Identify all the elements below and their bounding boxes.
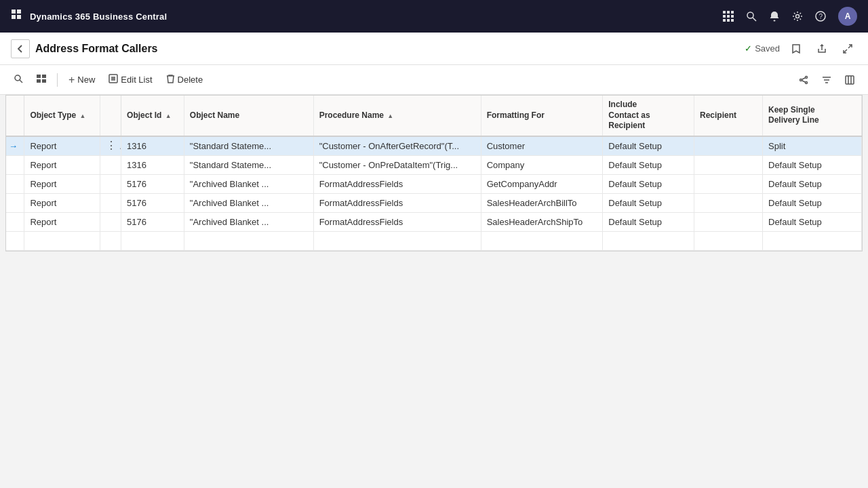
apps-icon[interactable] [723, 11, 734, 22]
svg-point-33 [800, 79, 802, 81]
search-icon[interactable] [746, 11, 757, 22]
app-logo-icon [11, 9, 23, 24]
svg-rect-40 [846, 76, 854, 84]
svg-text:?: ? [819, 13, 823, 20]
svg-rect-5 [727, 11, 730, 14]
cell-recipient [694, 212, 762, 231]
search-button[interactable] [8, 70, 28, 90]
cell-object-type: Report [24, 155, 100, 174]
cell-include-contact: Default Setup [603, 136, 694, 156]
titlebar-left: Dynamics 365 Business Central [11, 9, 167, 24]
cell-object-name: "Archived Blanket ... [184, 174, 313, 193]
cell-object-type: Report [24, 174, 100, 193]
help-icon[interactable]: ? [815, 11, 826, 22]
new-icon: + [68, 75, 75, 85]
titlebar-right: ? A [723, 7, 857, 26]
cell-formatting-for: SalesHeaderArchBillTo [481, 193, 603, 212]
edit-list-icon [108, 74, 118, 85]
user-avatar[interactable]: A [838, 7, 857, 26]
col-header-object-type[interactable]: Object Type ▲ [24, 96, 100, 136]
svg-rect-0 [12, 9, 16, 14]
table-row[interactable]: Report5176"Archived Blanket ...FormatAdd… [6, 174, 862, 193]
svg-rect-9 [731, 15, 734, 18]
cell-include-contact: Default Setup [603, 212, 694, 231]
col-header-keep-single[interactable]: Keep SingleDelivery Line [763, 96, 862, 136]
col-header-object-id[interactable]: Object Id ▲ [121, 96, 184, 136]
col-header-procedure-name[interactable]: Procedure Name ▲ [313, 96, 481, 136]
expand-button[interactable] [838, 39, 857, 58]
page-header-left: Address Format Callers [11, 39, 158, 58]
toolbar: + New Edit List Delet [0, 65, 868, 95]
settings-icon[interactable] [792, 11, 803, 22]
share-button[interactable] [812, 39, 831, 58]
view-button[interactable] [31, 70, 52, 90]
cell-object-type: Report [24, 212, 100, 231]
cell-object-name: "Standard Stateme... [184, 155, 313, 174]
empty-cell [603, 231, 694, 250]
sort-icon-proc: ▲ [387, 113, 393, 119]
svg-rect-10 [723, 19, 726, 22]
data-table: Object Type ▲ Object Id ▲ Object Name Pr… [6, 96, 862, 251]
svg-rect-7 [723, 15, 726, 18]
cell-object-type: Report [24, 193, 100, 212]
cell-include-contact: Default Setup [603, 155, 694, 174]
col-header-object-name[interactable]: Object Name [184, 96, 313, 136]
table-row[interactable]: →Report⋮1316"Standard Stateme..."Custome… [6, 136, 862, 156]
bookmark-button[interactable] [787, 39, 806, 58]
cell-object-id: 5176 [121, 212, 184, 231]
filter-button[interactable] [816, 70, 837, 90]
row-arrow-cell: → [6, 136, 24, 156]
svg-line-36 [802, 80, 806, 81]
cell-object-id: 1316 [121, 155, 184, 174]
svg-point-16 [796, 15, 800, 18]
empty-cell [763, 231, 862, 250]
app-title: Dynamics 365 Business Central [30, 12, 167, 22]
empty-cell [100, 231, 121, 250]
saved-label: Saved [755, 43, 780, 54]
table-empty-row [6, 231, 862, 250]
svg-rect-6 [731, 11, 734, 14]
cell-row-menu[interactable] [100, 174, 121, 193]
cell-recipient [694, 193, 762, 212]
col-header-recipient[interactable]: Recipient [694, 96, 762, 136]
cell-keep-single: Split [763, 136, 862, 156]
cell-row-menu[interactable] [100, 193, 121, 212]
cell-row-menu[interactable]: ⋮ [100, 136, 121, 156]
page-header: Address Format Callers ✓ Saved [0, 33, 868, 65]
row-menu-button[interactable]: ⋮ [103, 139, 119, 152]
svg-point-15 [774, 20, 776, 22]
svg-rect-26 [37, 79, 41, 83]
cell-keep-single: Default Setup [763, 193, 862, 212]
row-arrow-icon: → [9, 141, 18, 151]
cell-row-menu[interactable] [100, 155, 121, 174]
edit-list-button[interactable]: Edit List [103, 70, 157, 90]
table-row[interactable]: Report5176"Archived Blanket ...FormatAdd… [6, 212, 862, 231]
svg-rect-8 [727, 15, 730, 18]
cell-formatting-for: GetCompanyAddr [481, 174, 603, 193]
table-row[interactable]: Report1316"Standard Stateme..."Customer … [6, 155, 862, 174]
svg-point-13 [747, 12, 753, 18]
cell-recipient [694, 155, 762, 174]
table-row[interactable]: Report5176"Archived Blanket ...FormatAdd… [6, 193, 862, 212]
delete-button[interactable]: Delete [161, 70, 209, 90]
share-list-button[interactable] [793, 70, 814, 90]
col-header-menu [100, 96, 121, 136]
cell-keep-single: Default Setup [763, 212, 862, 231]
toolbar-right [793, 70, 860, 90]
col-header-include-contact[interactable]: IncludeContact asRecipient [603, 96, 694, 136]
delete-icon [166, 74, 175, 85]
page-title: Address Format Callers [35, 43, 158, 55]
columns-button[interactable] [840, 70, 860, 90]
table-body: →Report⋮1316"Standard Stateme..."Custome… [6, 136, 862, 251]
cell-recipient [694, 174, 762, 193]
col-header-formatting-for[interactable]: Formatting For [481, 96, 603, 136]
new-button[interactable]: + New [63, 70, 100, 90]
notifications-icon[interactable] [769, 11, 780, 22]
cell-procedure-name: "Customer - OnPreDataItem"(Trig... [313, 155, 481, 174]
svg-rect-24 [37, 75, 41, 78]
row-arrow-cell [6, 155, 24, 174]
svg-rect-27 [42, 79, 46, 83]
cell-row-menu[interactable] [100, 212, 121, 231]
empty-cell [121, 231, 184, 250]
back-button[interactable] [11, 39, 30, 58]
